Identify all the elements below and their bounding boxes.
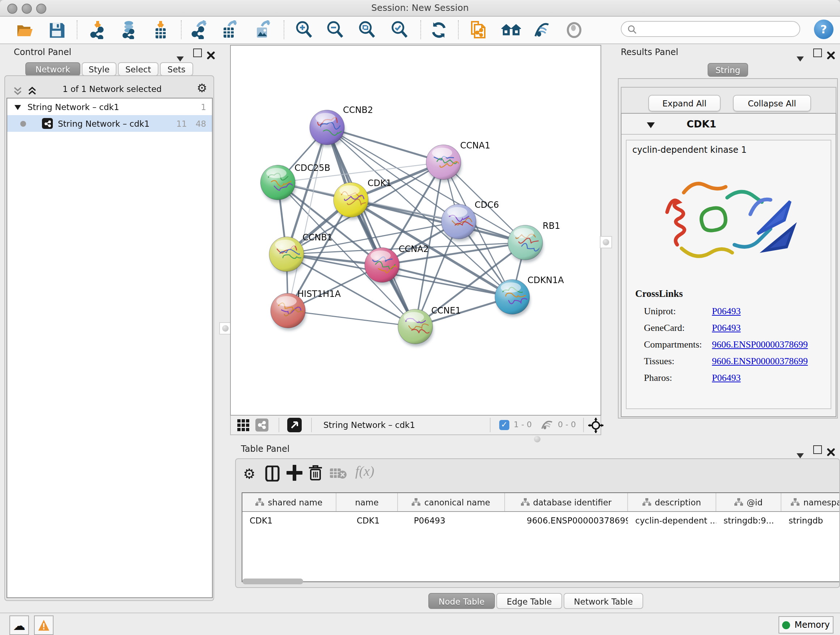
crosslink-link[interactable]: 9606.ENSP00000378699 — [712, 339, 808, 350]
network-options-gear-icon[interactable]: ⚙ — [197, 81, 207, 95]
expand-all-button[interactable]: Expand All — [648, 95, 721, 111]
save-session-button[interactable] — [46, 19, 66, 40]
column-type-icon — [521, 498, 529, 506]
collection-expander-icon[interactable] — [14, 102, 21, 112]
table-columns-icon[interactable] — [265, 466, 281, 485]
tab-string[interactable]: String — [707, 63, 748, 77]
left-splitter-handle[interactable] — [219, 322, 232, 334]
gene-description: cyclin-dependent kinase 1 — [627, 141, 831, 155]
tab-network-table[interactable]: Network Table — [564, 593, 643, 609]
memory-label: Memory — [794, 620, 830, 630]
column-header[interactable]: description — [628, 493, 716, 511]
column-header[interactable]: shared name — [242, 493, 336, 511]
svg-text:CCNA2: CCNA2 — [399, 244, 429, 254]
crosslink-row: Uniprot:P06493 — [644, 302, 831, 319]
column-header[interactable]: name — [336, 493, 398, 511]
crosslinks-list: Uniprot:P06493 GeneCard:P06493 Compartme… — [627, 300, 831, 386]
open-folder-icon — [15, 20, 34, 39]
crosslink-link[interactable]: 9606.ENSP00000378699 — [712, 356, 808, 366]
hide-panels-button[interactable] — [532, 19, 552, 40]
warnings-button[interactable] — [34, 616, 54, 635]
collapse-all-networks-icon[interactable] — [13, 85, 22, 98]
warning-icon — [38, 619, 50, 631]
zoom-out-button[interactable] — [325, 19, 345, 40]
svg-text:CCNB1: CCNB1 — [302, 233, 332, 242]
results-panel-close-icon[interactable] — [827, 49, 835, 62]
import-network-from-database-button[interactable] — [118, 19, 139, 40]
table-gear-icon[interactable]: ⚙ — [243, 466, 256, 481]
tab-node-table[interactable]: Node Table — [428, 593, 495, 609]
results-panel-float-icon[interactable] — [813, 49, 822, 57]
detach-view-icon[interactable] — [287, 418, 302, 432]
refresh-icon — [429, 21, 447, 39]
results-panel-collapse-icon[interactable] — [797, 51, 804, 65]
export-table-button[interactable] — [219, 19, 240, 40]
zoom-in-icon — [294, 20, 313, 39]
right-splitter-handle[interactable] — [600, 236, 612, 249]
zoom-fit-button[interactable] — [357, 19, 377, 40]
column-header[interactable]: canonical name — [398, 493, 505, 511]
crosslink-link[interactable]: P06493 — [712, 322, 741, 333]
control-panel-float-icon[interactable] — [193, 49, 202, 57]
network-label: String Network – cdk1 — [58, 119, 149, 128]
column-header[interactable]: @id — [716, 493, 782, 511]
main-toolbar: ? — [0, 17, 840, 44]
table-horizontal-scrollbar[interactable] — [242, 578, 303, 584]
tab-network[interactable]: Network — [25, 62, 80, 76]
tab-edge-table[interactable]: Edge Table — [496, 593, 562, 609]
cloud-status-button[interactable]: ☁ — [9, 616, 29, 635]
show-graphics-details-button[interactable] — [564, 19, 584, 40]
application-window: Session: New Session — [0, 0, 840, 635]
zoom-fit-icon — [357, 20, 376, 39]
export-image-button[interactable] — [253, 19, 273, 40]
zoom-selected-button[interactable] — [389, 19, 409, 40]
hidden-eye-icon[interactable] — [540, 419, 554, 433]
crosslink-link[interactable]: P06493 — [712, 306, 741, 317]
table-add-icon[interactable] — [286, 465, 302, 484]
collection-label: String Network – cdk1 — [27, 102, 119, 112]
network-graph[interactable]: CCNB2CCNA1CDC25BCDK1CDC6RB1CCNB1CCNA2CDK… — [230, 45, 601, 416]
zoom-selected-icon — [390, 20, 409, 39]
control-panel-close-icon[interactable] — [207, 49, 215, 62]
grid-view-icon[interactable] — [237, 419, 249, 434]
tab-style[interactable]: Style — [82, 62, 117, 76]
control-panel-title: Control Panel — [14, 47, 71, 57]
delete-table-icon[interactable] — [330, 468, 347, 482]
network-row-selected[interactable]: String Network – cdk1 11 48 — [7, 115, 212, 132]
table-panel-float-icon[interactable] — [813, 445, 822, 454]
horizontal-splitter-handle[interactable] — [532, 434, 543, 445]
clone-network-button[interactable] — [468, 19, 488, 40]
import-table-button[interactable] — [150, 19, 171, 40]
expand-all-networks-icon[interactable] — [27, 85, 37, 98]
export-network-button[interactable] — [189, 19, 210, 40]
tab-sets[interactable]: Sets — [160, 62, 193, 76]
help-button[interactable]: ? — [814, 19, 834, 39]
open-session-button[interactable] — [14, 19, 35, 40]
network-collection-row[interactable]: String Network – cdk1 1 — [7, 98, 212, 115]
protein-structure-image — [649, 158, 808, 281]
selected-checkbox-icon[interactable]: ✓ — [499, 420, 509, 430]
import-network-button[interactable] — [88, 19, 109, 40]
crosslink-label: Compartments: — [644, 336, 712, 353]
zoom-in-button[interactable] — [294, 19, 314, 40]
table-function-builder[interactable]: f(x) — [355, 463, 374, 479]
network-share-view-icon[interactable] — [256, 418, 268, 432]
search-box[interactable] — [621, 21, 800, 37]
refresh-button[interactable] — [428, 19, 448, 40]
column-header[interactable]: namespace — [782, 493, 839, 511]
collapse-all-button[interactable]: Collapse All — [733, 95, 811, 111]
column-header[interactable]: database identifier — [505, 493, 628, 511]
crosslink-link[interactable]: P06493 — [712, 372, 741, 383]
show-all-panels-button[interactable] — [501, 19, 521, 40]
memory-button[interactable]: Memory — [778, 616, 834, 633]
search-input[interactable] — [639, 24, 799, 34]
table-panel-close-icon[interactable] — [827, 445, 835, 459]
table-row[interactable]: CDK1 CDK1 P06493 9606.ENSP00000378699 cy… — [242, 512, 839, 529]
tab-select[interactable]: Select — [118, 62, 158, 76]
gene-expander-icon[interactable] — [647, 117, 655, 131]
table-delete-icon[interactable] — [308, 465, 323, 484]
node-table[interactable]: shared name name canonical name database… — [242, 492, 839, 582]
gene-section-header[interactable]: CDK1 — [622, 114, 836, 135]
save-icon — [47, 21, 65, 39]
birdseye-crosshair-icon[interactable] — [588, 418, 603, 435]
